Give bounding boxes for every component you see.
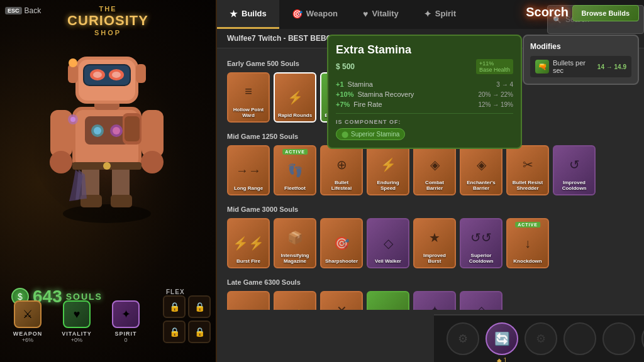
upgrade-improved-burst[interactable]: ★ Improved Burst xyxy=(413,218,456,268)
upgrade-superior-cooldown[interactable]: ↺↺ Superior Cooldown xyxy=(460,218,502,268)
vitality-tab-icon: ♥ xyxy=(363,9,368,19)
enduring-speed-name: Enduring Speed xyxy=(370,180,406,192)
stat-stamina-change: 3 → 4 xyxy=(496,81,513,88)
tab-spirit[interactable]: ✦ Spirit xyxy=(411,0,469,29)
flex-slot-2: 🔒 xyxy=(188,295,211,318)
ability-slot-4[interactable] xyxy=(564,322,596,355)
component-badge: ⬤ Superior Stamina xyxy=(336,128,405,140)
modifies-title: Modifies xyxy=(530,42,631,51)
tooltip-title: Extra Stamina xyxy=(336,43,513,57)
upgrade-long-range[interactable]: →→ Long Range xyxy=(227,145,270,195)
svg-point-1 xyxy=(63,204,151,223)
bullet-lifesteal-icon: ⊕ xyxy=(328,151,355,178)
upgrade-intensifying-magazine[interactable]: 📦 Intensifying Magazine xyxy=(274,218,316,268)
upgrade-boundless-spirit[interactable]: ✦ Boundless Spirit xyxy=(413,291,456,310)
crippling-headshot-icon: ✕ xyxy=(328,297,355,310)
ability-slot-3[interactable]: ⚙ xyxy=(525,322,557,355)
scorch-label: Scorch xyxy=(526,5,569,19)
tooltip-cost: $ 500 xyxy=(336,62,355,71)
modifies-item-icon: 🔫 xyxy=(535,60,549,74)
upgrade-burst-fire[interactable]: ⚡⚡ Burst Fire xyxy=(227,218,270,268)
upgrade-frenzy[interactable]: ⚡ Frenzy xyxy=(274,291,316,310)
vitality-label: VITALITY xyxy=(62,331,91,337)
fleetfoot-name: Fleetfoot xyxy=(284,185,306,192)
svg-point-25 xyxy=(112,72,121,78)
improved-cooldown-icon: ↺ xyxy=(560,151,588,178)
upgrade-leech[interactable]: ⊕ Leech xyxy=(367,291,409,310)
ability-slot-2[interactable]: 🔄 ◆ 1 xyxy=(486,322,518,355)
veil-walker-icon: ◇ xyxy=(374,229,402,257)
hollow-point-name: Hollow Point Ward xyxy=(231,107,266,119)
ability-3-icon: ⚙ xyxy=(536,332,546,346)
flex-slot-row-1: 🔒 🔒 xyxy=(163,295,211,318)
section-late-label: Late Game 6300 Souls xyxy=(227,278,634,286)
upgrade-knockdown[interactable]: ↓ Knockdown xyxy=(506,218,549,268)
weapon-stat: ⚔ WEAPON +6% xyxy=(6,300,49,343)
upgrade-crippling-headshot[interactable]: ✕ Crippling Headshot xyxy=(320,291,363,310)
flex-slot-1: 🔒 xyxy=(163,295,186,318)
upgrade-bullet-lifesteal[interactable]: ⊕ Bullet Lifesteal xyxy=(320,145,363,195)
back-button[interactable]: ESC Back xyxy=(5,6,41,15)
stat-firerate-label: Fire Rate xyxy=(353,101,382,108)
svg-rect-14 xyxy=(142,110,164,157)
svg-rect-30 xyxy=(125,116,140,141)
tooltip-stat-recovery: +10% Stamina Recovery 20% → 22% xyxy=(336,90,513,98)
ability-slot-1[interactable]: ⚙ xyxy=(447,322,479,355)
upgrade-fleetfoot[interactable]: 👣 Fleetfoot xyxy=(274,145,316,195)
late-game-grid: 💥 Glass Cannon ⚡ Frenzy ✕ Crippling Head… xyxy=(227,291,634,310)
burst-fire-name: Burst Fire xyxy=(236,258,260,265)
ability-1-icon: ⚙ xyxy=(458,332,468,346)
upgrade-hollow-point-ward[interactable]: ≡ Hollow Point Ward xyxy=(227,72,270,123)
svg-point-32 xyxy=(103,162,111,170)
flex-section: FLEX 🔒 🔒 🔒 🔒 xyxy=(160,288,211,343)
flex-label: FLEX xyxy=(166,288,185,295)
tab-builds[interactable]: ★ Builds xyxy=(217,0,279,29)
tab-weapon[interactable]: 🎯 Weapon xyxy=(279,0,350,29)
frenzy-icon: ⚡ xyxy=(281,302,309,310)
long-range-icon: →→ xyxy=(235,156,262,184)
combat-barrier-icon: ◈ xyxy=(421,151,448,178)
upgrade-enduring-speed[interactable]: ⚡ Enduring Speed xyxy=(367,145,409,195)
superior-cooldown-name: Superior Cooldown xyxy=(464,253,499,265)
spirit-stat: ✦ SPIRIT 0 xyxy=(104,300,147,343)
spirit-value: 0 xyxy=(124,337,127,343)
upgrade-glass-cannon[interactable]: 💥 Glass Cannon xyxy=(227,291,270,310)
upgrade-enchanters-barrier[interactable]: ◈ Enchanter's Barrier xyxy=(460,145,502,195)
stat-recovery-label: Stamina Recovery xyxy=(357,90,414,98)
flex-slot-row-2: 🔒 🔒 xyxy=(163,321,211,343)
upgrade-veil-walker[interactable]: ◇ Veil Walker xyxy=(367,218,409,268)
glass-cannon-icon: 💥 xyxy=(235,302,262,310)
bullet-lifesteal-name: Bullet Lifesteal xyxy=(324,180,359,192)
intensifying-magazine-name: Intensifying Magazine xyxy=(277,253,313,265)
svg-point-24 xyxy=(93,72,102,78)
shop-title-top: THE xyxy=(67,5,148,13)
weapon-label: WEAPON xyxy=(13,331,43,337)
ability-slot-6[interactable] xyxy=(641,322,644,355)
rapid-rounds-name: Rapid Rounds xyxy=(278,112,312,119)
upgrade-improved-cooldown[interactable]: ↺ Improved Cooldown xyxy=(553,145,596,195)
hollow-point-icon: ≡ xyxy=(235,78,262,106)
component-label: IS COMPONENT OF: xyxy=(336,119,513,125)
tab-vitality[interactable]: ♥ Vitality xyxy=(350,0,411,29)
tab-builds-label: Builds xyxy=(242,9,267,18)
stat-recovery-change: 20% → 22% xyxy=(478,91,513,98)
upgrade-diviners-kevlar[interactable]: ◇ Diviner's Kevlar xyxy=(460,291,502,310)
upgrade-rapid-rounds[interactable]: ⚡ Rapid Rounds xyxy=(274,72,316,123)
browse-builds-button[interactable]: Browse Builds xyxy=(572,5,639,21)
upgrade-bullet-resist-shredder[interactable]: ✂ Bullet Resist Shredder xyxy=(506,145,549,195)
vitality-icon-area: ♥ xyxy=(63,300,91,328)
tab-spirit-label: Spirit xyxy=(435,9,456,18)
tooltip-popup: Extra Stamina $ 500 +11% Base Health +1 … xyxy=(327,35,522,149)
svg-rect-5 xyxy=(111,195,132,207)
weapon-icon-area: ⚔ xyxy=(14,300,42,328)
bullet-resist-icon: ✂ xyxy=(514,151,541,178)
character-display xyxy=(13,19,201,233)
leech-icon: ⊕ xyxy=(374,302,402,310)
ability-slot-5[interactable] xyxy=(602,322,635,355)
tabs-bar: ★ Builds 🎯 Weapon ♥ Vitality ✦ Spirit 🔍 … xyxy=(217,0,644,29)
upgrade-sharpshooter[interactable]: 🎯 Sharpshooter xyxy=(320,218,363,268)
sharpshooter-name: Sharpshooter xyxy=(325,258,358,265)
superior-cooldown-icon: ↺↺ xyxy=(467,224,495,251)
upgrade-combat-barrier[interactable]: ◈ Combat Barrier xyxy=(413,145,456,195)
modifies-item-change: 14 → 14.9 xyxy=(597,63,626,70)
